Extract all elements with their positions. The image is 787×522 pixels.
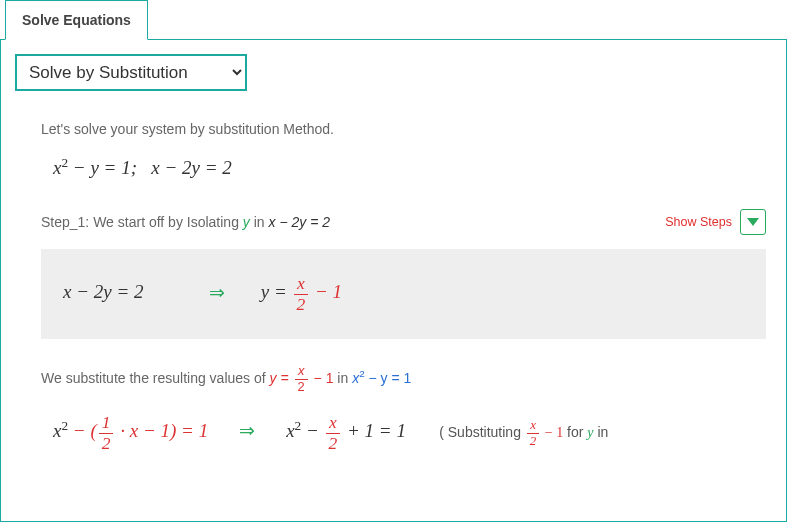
step-1-row: Step_1: We start off by Isolating y in x… [41, 209, 772, 235]
expand-step-button[interactable] [740, 209, 766, 235]
intro-text: Let's solve your system by substitution … [41, 121, 772, 137]
arrow-icon: ⇒ [209, 282, 225, 303]
solve-panel: Solve by Substitution Let's solve your s… [0, 40, 787, 522]
step-1-label: Step_1: We start off by Isolating y in x… [41, 214, 330, 230]
system-equations: x2 − y = 1; x − 2y = 2 [53, 155, 772, 179]
method-select[interactable]: Solve by Substitution [15, 54, 247, 91]
show-steps-link[interactable]: Show Steps [665, 215, 732, 229]
tab-solve-equations[interactable]: Solve Equations [5, 0, 148, 40]
isolation-box: x − 2y = 2 ⇒ y = x2 − 1 [41, 249, 766, 339]
chevron-down-icon [747, 218, 759, 226]
arrow-icon: ⇒ [239, 420, 255, 441]
substitution-note: ( Substituting x2 − 1 for y in [439, 424, 608, 440]
substitution-text: We substitute the resulting values of y … [41, 365, 772, 394]
tab-bar: Solve Equations [0, 0, 787, 40]
substituted-equation: x2 − (12 · x − 1) = 1 ⇒ x2 − x2 + 1 = 1 … [53, 414, 772, 452]
